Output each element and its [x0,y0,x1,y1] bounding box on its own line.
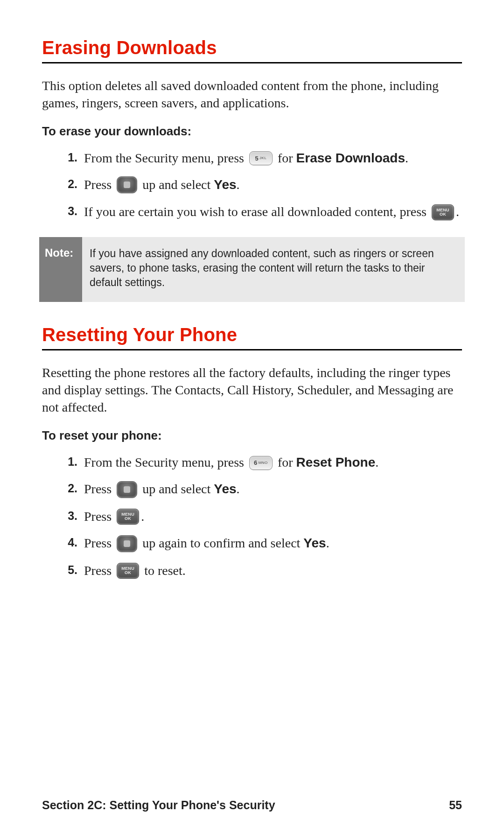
step-text: Press MENUOK. [84,508,462,526]
note-box: Note: If you have assigned any downloade… [39,237,465,302]
rule [42,349,462,350]
step-item: 2.Press up and select Yes. [42,481,462,499]
step-item: 3.If you are certain you wish to erase a… [42,203,462,221]
lead-in: To erase your downloads: [42,124,462,139]
heading-resetting-phone: Resetting Your Phone [42,324,462,345]
bold-term: Yes [214,482,236,496]
step-item: 3.Press MENUOK. [42,508,462,526]
step-number: 3. [60,203,84,219]
six-key-icon: 6MNO [249,456,273,470]
step-text: From the Security menu, press 6MNO for R… [84,454,462,471]
nav-key-icon [117,176,137,193]
step-item: 1.From the Security menu, press 6MNO for… [42,454,462,471]
step-text: Press MENUOK to reset. [84,562,462,580]
bold-term: Yes [303,536,326,550]
intro-paragraph: Resetting the phone restores all the fac… [42,364,462,416]
step-item: 2.Press up and select Yes. [42,176,462,195]
step-number: 4. [60,535,84,550]
step-number: 1. [60,150,84,165]
rule [42,62,462,63]
note-label: Note: [39,237,82,302]
note-text: If you have assigned any downloaded cont… [82,237,465,302]
page-footer: Section 2C: Setting Your Phone's Securit… [42,798,462,812]
intro-paragraph: This option deletes all saved downloaded… [42,77,462,112]
menu-ok-key-icon: MENUOK [432,204,454,220]
step-number: 1. [60,454,84,469]
step-item: 1.From the Security menu, press 5JKL for… [42,150,462,167]
bold-term: Reset Phone [296,455,376,469]
lead-in: To reset your phone: [42,428,462,443]
step-number: 2. [60,481,84,496]
step-item: 4.Press up again to confirm and select Y… [42,535,462,553]
step-number: 2. [60,176,84,192]
bold-term: Erase Downloads [296,151,405,165]
step-number: 5. [60,562,84,578]
heading-erasing-downloads: Erasing Downloads [42,37,462,58]
step-text: Press up and select Yes. [84,481,462,499]
step-item: 5.Press MENUOK to reset. [42,562,462,580]
step-list: 1.From the Security menu, press 6MNO for… [42,454,462,580]
manual-page: Erasing Downloads This option deletes al… [0,0,504,840]
five-key-icon: 5JKL [249,151,273,165]
menu-ok-key-icon: MENUOK [117,509,139,525]
nav-key-icon [117,481,137,498]
nav-key-icon [117,535,137,552]
step-text: From the Security menu, press 5JKL for E… [84,150,462,167]
step-text: Press up and select Yes. [84,176,462,195]
step-text: If you are certain you wish to erase all… [84,203,462,221]
bold-term: Yes [214,177,236,192]
footer-section-label: Section 2C: Setting Your Phone's Securit… [42,798,275,812]
step-number: 3. [60,508,84,524]
step-list: 1.From the Security menu, press 5JKL for… [42,150,462,221]
step-text: Press up again to confirm and select Yes… [84,535,462,553]
menu-ok-key-icon: MENUOK [117,563,139,579]
page-number: 55 [449,798,462,812]
